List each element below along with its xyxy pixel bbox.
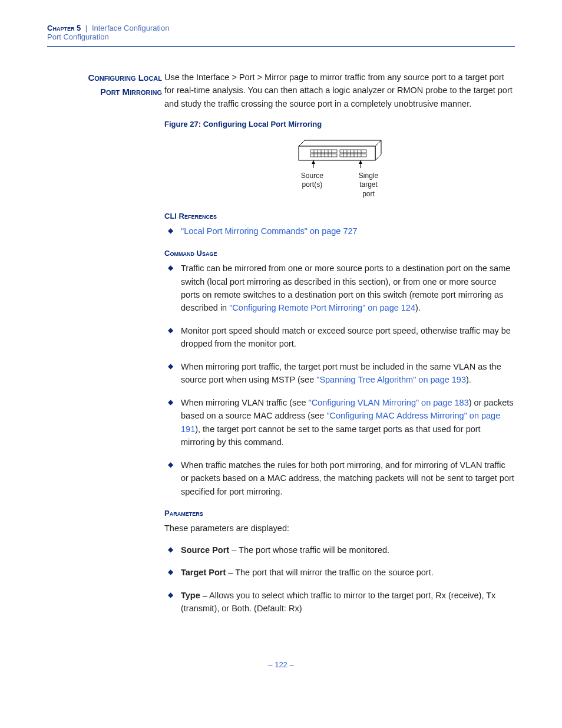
svg-rect-6 [340,154,366,157]
svg-marker-0 [299,140,381,146]
cross-reference-link[interactable]: "Spanning Tree Algorithm" on page 193 [316,375,466,384]
parameters-intro: These parameters are displayed: [164,522,515,535]
parameters-heading: Parameters [164,508,515,519]
fig-label-right-1: Single [359,172,378,180]
command-usage-list: Traffic can be mirrored from one or more… [164,262,515,498]
svg-rect-4 [310,154,337,157]
page-header: Chapter 5 | Interface Configuration Port… [47,24,515,47]
figure-labels: Source port(s) Single target port [293,172,387,199]
list-item: Target Port – The port that will mirror … [164,566,515,579]
param-term: Type [181,591,200,600]
parameters-list: Source Port – The port whose traffic wil… [164,543,515,615]
usage-text: ), the target port cannot be set to the … [181,424,481,447]
margin-heading-line1: Configuring Local [88,73,162,83]
cross-reference-link[interactable]: "Configuring Remote Port Mirroring" on p… [229,303,415,312]
fig-label-right-2: target [359,180,378,189]
svg-rect-2 [299,146,375,160]
usage-text: ). [466,375,471,384]
figure-caption: Figure 27: Configuring Local Port Mirror… [164,118,515,130]
usage-text: When traffic matches the rules for both … [181,460,514,496]
svg-marker-22 [359,160,362,164]
header-separator: | [85,24,87,32]
usage-text: Monitor port speed should match or excee… [181,326,511,348]
svg-rect-3 [310,150,337,153]
fig-label-left-1: Source [301,172,323,180]
svg-rect-5 [340,150,366,153]
cli-references-list: "Local Port Mirroring Commands" on page … [164,225,515,238]
header-section: Interface Configuration [92,24,170,32]
cli-reference-link[interactable]: "Local Port Mirroring Commands" on page … [181,226,358,236]
list-item: When traffic matches the rules for both … [164,459,515,498]
list-item: Traffic can be mirrored from one or more… [164,262,515,315]
switch-icon [293,136,387,168]
list-item: Monitor port speed should match or excee… [164,324,515,351]
command-usage-heading: Command Usage [164,248,515,259]
list-item: When mirroring port traffic, the target … [164,360,515,387]
list-item: Type – Allows you to select which traffi… [164,589,515,615]
usage-text: When mirroring VLAN traffic (see [181,398,309,407]
cross-reference-link[interactable]: "Configuring VLAN Mirroring" on page 183 [309,398,469,407]
param-desc: – The port that will mirror the traffic … [226,568,433,577]
param-desc: – Allows you to select which traffic to … [181,591,495,613]
list-item: Source Port – The port whose traffic wil… [164,543,515,556]
content-row: Configuring Local Port Mirroring Use the… [47,71,515,625]
margin-heading-line2: Port Mirroring [100,87,162,97]
param-desc: – The port whose traffic will be monitor… [229,545,389,555]
page-content: Chapter 5 | Interface Configuration Port… [0,0,562,704]
margin-heading: Configuring Local Port Mirroring [47,71,164,99]
main-column: Use the Interface > Port > Mirror page t… [164,71,515,625]
param-term: Target Port [181,568,226,577]
svg-marker-20 [312,160,315,164]
figure-diagram: Source port(s) Single target port [164,136,515,199]
list-item: "Local Port Mirroring Commands" on page … [164,225,515,238]
header-top-line: Chapter 5 | Interface Configuration [47,24,515,32]
header-subsection: Port Configuration [47,32,515,41]
intro-paragraph: Use the Interface > Port > Mirror page t… [164,71,515,110]
cli-references-heading: CLI References [164,210,515,222]
page-number: – 122 – [47,660,515,669]
fig-label-right-3: port [362,190,375,198]
header-chapter: Chapter 5 [47,24,81,32]
param-term: Source Port [181,545,229,555]
list-item: When mirroring VLAN traffic (see "Config… [164,396,515,449]
fig-label-left-2: port(s) [302,180,322,189]
usage-text: ). [415,303,421,312]
